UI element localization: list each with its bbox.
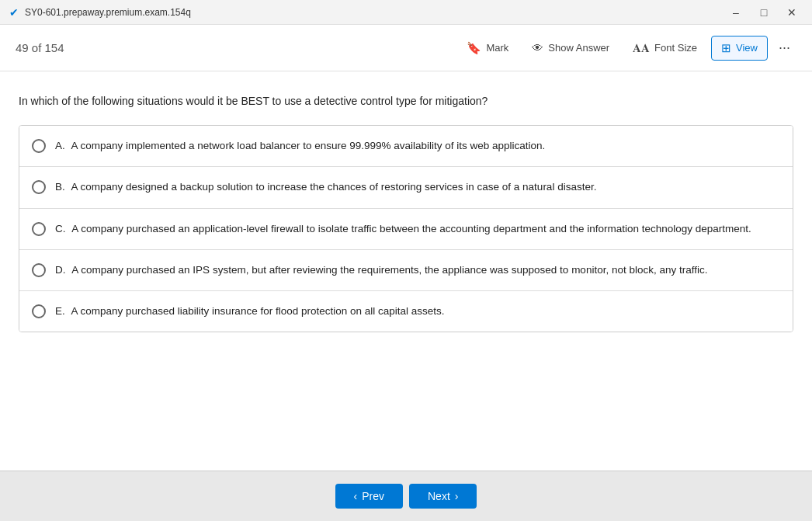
font-size-button[interactable]: 𝐀𝐀 Font Size bbox=[623, 36, 706, 60]
close-button[interactable]: ✕ bbox=[781, 5, 803, 20]
bookmark-icon: 🔖 bbox=[467, 41, 481, 55]
progress-indicator: 49 of 154 bbox=[16, 41, 64, 54]
radio-d bbox=[32, 263, 46, 277]
radio-e bbox=[32, 304, 46, 318]
mark-button[interactable]: 🔖 Mark bbox=[457, 36, 518, 60]
eye-icon: 👁 bbox=[532, 41, 543, 54]
option-label-c: C. A company purchased an application-le… bbox=[55, 221, 751, 237]
radio-b bbox=[32, 180, 46, 194]
option-label-e: E. A company purchased liability insuran… bbox=[55, 304, 445, 319]
option-label-d: D. A company purchased an IPS system, bu… bbox=[55, 262, 707, 278]
footer: ‹ Prev Next › bbox=[0, 471, 812, 521]
title-bar-left: ✔ SY0-601.prepaway.premium.exam.154q bbox=[9, 6, 191, 19]
main-content: In which of the following situations wou… bbox=[0, 71, 812, 471]
show-answer-label: Show Answer bbox=[548, 42, 609, 54]
question-text: In which of the following situations wou… bbox=[19, 93, 793, 109]
radio-c bbox=[32, 222, 46, 236]
next-button[interactable]: Next › bbox=[409, 484, 477, 509]
mark-label: Mark bbox=[486, 42, 508, 54]
toolbar-actions: 🔖 Mark 👁 Show Answer 𝐀𝐀 Font Size ⊞ View… bbox=[457, 35, 796, 61]
option-row-d[interactable]: D. A company purchased an IPS system, bu… bbox=[19, 250, 793, 291]
prev-icon: ‹ bbox=[354, 490, 358, 502]
option-row-e[interactable]: E. A company purchased liability insuran… bbox=[19, 291, 793, 332]
more-button[interactable]: ··· bbox=[772, 35, 796, 61]
next-label: Next bbox=[428, 490, 450, 502]
option-row-b[interactable]: B. A company designed a backup solution … bbox=[19, 167, 793, 208]
option-row-c[interactable]: C. A company purchased an application-le… bbox=[19, 209, 793, 250]
prev-label: Prev bbox=[362, 490, 384, 502]
title-bar-controls: – □ ✕ bbox=[725, 5, 803, 20]
prev-button[interactable]: ‹ Prev bbox=[335, 484, 403, 509]
option-row-a[interactable]: A. A company implemented a network load … bbox=[19, 126, 793, 167]
show-answer-button[interactable]: 👁 Show Answer bbox=[522, 36, 619, 59]
next-icon: › bbox=[455, 490, 459, 502]
view-button[interactable]: ⊞ View bbox=[711, 36, 768, 61]
check-icon: ✔ bbox=[9, 6, 19, 19]
minimize-button[interactable]: – bbox=[725, 5, 747, 20]
option-label-b: B. A company designed a backup solution … bbox=[55, 179, 596, 195]
view-label: View bbox=[736, 42, 758, 54]
options-container: A. A company implemented a network load … bbox=[19, 125, 793, 332]
font-size-label: Font Size bbox=[654, 42, 697, 54]
option-label-a: A. A company implemented a network load … bbox=[55, 138, 545, 154]
toolbar: 49 of 154 🔖 Mark 👁 Show Answer 𝐀𝐀 Font S… bbox=[0, 25, 812, 71]
radio-a bbox=[32, 139, 46, 153]
view-icon: ⊞ bbox=[721, 41, 731, 55]
window-title: SY0-601.prepaway.premium.exam.154q bbox=[25, 7, 191, 18]
maximize-button[interactable]: □ bbox=[753, 5, 775, 20]
title-bar: ✔ SY0-601.prepaway.premium.exam.154q – □… bbox=[0, 0, 812, 25]
font-icon: 𝐀𝐀 bbox=[633, 41, 650, 55]
